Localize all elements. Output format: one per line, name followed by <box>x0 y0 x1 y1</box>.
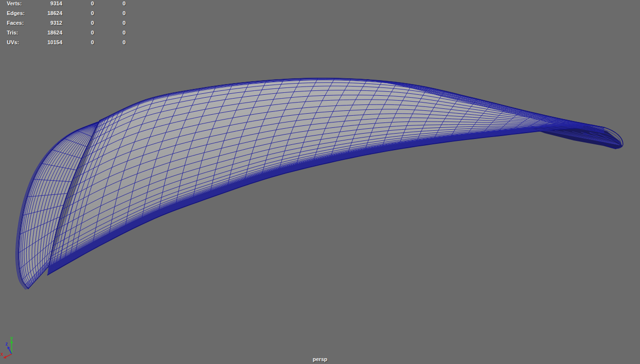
hud-value-total: 18624 <box>0 30 62 36</box>
camera-label: persp <box>313 356 327 362</box>
axis-x-label: x <box>0 351 3 357</box>
axis-x-arrow <box>3 356 6 359</box>
hud-value-col2: 0 <box>65 0 94 7</box>
view-axis-icon: y z x <box>0 335 24 363</box>
hud-value-col2: 0 <box>65 20 94 26</box>
maya-perspective-viewport[interactable]: Verts: 9314 0 0 Edges: 18624 0 0 Faces: … <box>0 0 640 364</box>
hud-value-total: 10154 <box>0 39 62 46</box>
axis-x-line <box>5 354 12 358</box>
poly-count-hud: Verts: 9314 0 0 Edges: 18624 0 0 Faces: … <box>0 0 136 49</box>
axis-z-label: z <box>5 341 8 347</box>
hud-row-uvs: UVs: 10154 0 0 <box>0 39 136 49</box>
hud-value-col3: 0 <box>96 20 125 26</box>
hud-row-tris: Tris: 18624 0 0 <box>0 29 136 39</box>
wireframe-mesh <box>0 0 640 364</box>
hud-value-total: 9314 <box>0 0 62 7</box>
hud-value-total: 9312 <box>0 20 62 26</box>
hud-row-faces: Faces: 9312 0 0 <box>0 19 136 29</box>
hud-row-edges: Edges: 18624 0 0 <box>0 10 136 19</box>
axis-y-label: y <box>10 335 13 341</box>
hud-value-total: 18624 <box>0 10 62 17</box>
hud-value-col3: 0 <box>96 30 125 36</box>
hud-value-col2: 0 <box>65 39 94 46</box>
hud-value-col3: 0 <box>96 10 125 17</box>
hud-row-verts: Verts: 9314 0 0 <box>0 0 136 10</box>
hud-value-col3: 0 <box>96 39 125 46</box>
hud-value-col2: 0 <box>65 10 94 17</box>
hud-value-col3: 0 <box>96 0 125 7</box>
axis-z-line <box>9 348 12 354</box>
hud-value-col2: 0 <box>65 30 94 36</box>
